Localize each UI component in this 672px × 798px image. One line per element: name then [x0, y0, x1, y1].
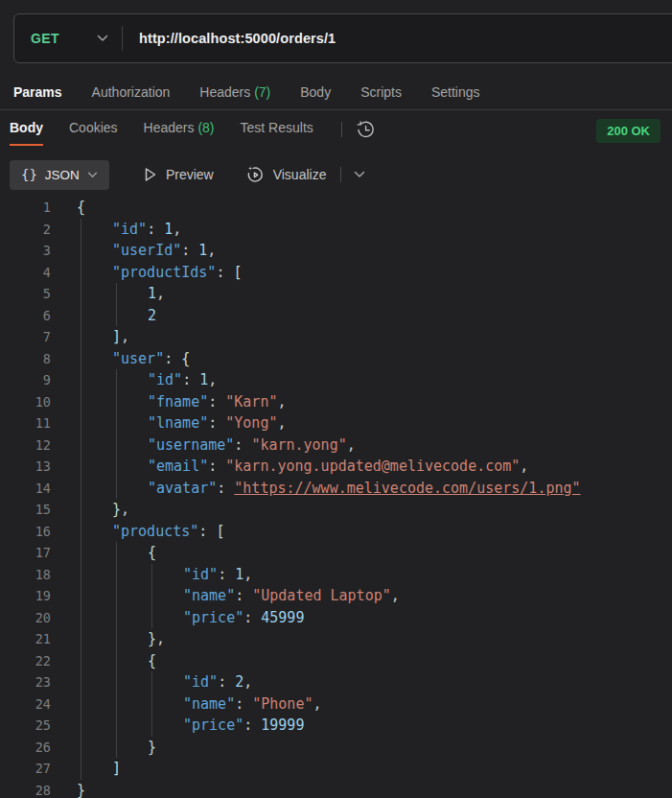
json-token: :	[147, 221, 164, 238]
line-number: 4	[0, 262, 51, 284]
json-token: :	[235, 587, 252, 604]
code-lines: 1{2"id": 1,3"userId": 1,4"productIds": […	[0, 197, 672, 798]
json-token: ,	[520, 458, 528, 475]
indent-guide	[77, 305, 112, 327]
play-icon	[144, 167, 157, 182]
tab-test-results[interactable]: Test Results	[241, 120, 313, 144]
indent-guide	[77, 542, 112, 564]
json-token: :	[235, 695, 252, 713]
visualize-button[interactable]: Visualize	[245, 165, 327, 184]
json-token: ,	[277, 414, 286, 432]
tab-headers-response[interactable]: Headers (8)	[144, 120, 215, 144]
indent-guide	[77, 391, 112, 413]
line-number: 23	[0, 671, 51, 693]
indent-guide	[77, 369, 112, 391]
indent-guide	[77, 758, 112, 780]
tab-body-request[interactable]: Body	[300, 84, 331, 100]
json-token: ,	[207, 242, 216, 259]
code-line: 19"name": "Updated Laptop",	[0, 585, 672, 607]
json-token: :	[198, 523, 216, 540]
section-separator	[0, 109, 672, 110]
indent-guide	[77, 262, 112, 284]
method-label: GET	[14, 31, 97, 46]
format-dropdown[interactable]: {} JSON	[10, 160, 109, 190]
code-line: 4"productIds": [	[0, 262, 672, 284]
code-line: 62	[0, 305, 672, 327]
json-token: :	[216, 264, 233, 281]
json-token: :	[182, 371, 199, 388]
line-number: 5	[0, 283, 51, 305]
divider	[340, 167, 341, 182]
json-token: :	[181, 242, 198, 259]
json-token: ,	[277, 393, 286, 411]
code-line: 25"price": 19999	[0, 715, 672, 737]
indent-guide	[77, 607, 112, 629]
json-token: ,	[391, 587, 400, 604]
indent-guide	[112, 564, 148, 586]
request-url-bar: GET http://localhost:5000/orders/1	[13, 13, 672, 63]
line-number: 20	[0, 607, 51, 629]
line-number: 18	[0, 564, 51, 586]
response-body-json: 1{2"id": 1,3"userId": 1,4"productIds": […	[0, 197, 672, 798]
tab-params[interactable]: Params	[13, 84, 62, 100]
json-token: ]	[112, 760, 121, 777]
indent-guide	[77, 219, 112, 241]
history-button[interactable]	[356, 120, 376, 140]
code-line: 1{	[0, 197, 672, 219]
more-options-chevron[interactable]	[354, 171, 365, 178]
indent-guide	[77, 650, 112, 672]
tab-authorization[interactable]: Authorization	[92, 84, 171, 100]
indent-guide	[77, 348, 112, 370]
json-token: "id"	[183, 566, 218, 583]
indent-guide	[77, 456, 112, 478]
code-line: 2"id": 1,	[0, 219, 672, 241]
code-line: 26}	[0, 737, 672, 759]
indent-guide	[77, 564, 112, 586]
code-line: 20"price": 45999	[0, 607, 672, 629]
json-token: [	[216, 523, 224, 540]
response-toolbar: {} JSON Preview Visualize	[10, 159, 662, 190]
json-link-value[interactable]: "https://www.melivecode.com/users/1.png"	[234, 480, 580, 497]
line-number: 12	[0, 434, 51, 457]
json-token: ,	[121, 501, 129, 518]
code-line: 51,	[0, 283, 672, 305]
method-selector[interactable]: GET	[14, 31, 108, 46]
tab-cookies[interactable]: Cookies	[69, 120, 118, 144]
chevron-down-icon	[87, 172, 98, 178]
tab-scripts[interactable]: Scripts	[360, 84, 402, 100]
indent-guide	[77, 628, 112, 650]
json-token: ,	[347, 436, 356, 454]
json-token: }	[77, 782, 85, 798]
tab-response-body[interactable]: Body	[10, 120, 43, 146]
code-line: 27]	[0, 758, 672, 780]
url-input[interactable]: http://localhost:5000/orders/1	[139, 31, 336, 46]
json-token: "id"	[183, 673, 218, 691]
code-line: 10"fname": "Karn",	[0, 391, 672, 413]
preview-button[interactable]: Preview	[144, 167, 214, 182]
format-label: JSON	[45, 168, 80, 182]
json-token: "Karn"	[225, 393, 277, 411]
visualize-label: Visualize	[273, 167, 327, 182]
json-token: "Phone"	[252, 695, 313, 713]
indent-guide	[77, 737, 112, 759]
json-token: :	[208, 393, 225, 411]
indent-guide	[77, 412, 112, 434]
code-line: 8"user": {	[0, 348, 672, 370]
json-token: :	[218, 566, 235, 583]
tab-headers-request[interactable]: Headers (7)	[199, 84, 270, 100]
json-token: "lname"	[148, 414, 208, 432]
json-token: }	[148, 630, 156, 647]
status-badge[interactable]: 200 OK	[596, 119, 660, 143]
indent-guide	[112, 478, 148, 500]
json-token: }	[148, 739, 156, 756]
indent-guide	[112, 737, 148, 759]
json-token: :	[217, 480, 234, 497]
code-line: 14"avatar": "https://www.melivecode.com/…	[0, 478, 672, 500]
json-token: {	[77, 199, 85, 216]
indent-guide	[148, 671, 183, 693]
code-line: 12"username": "karn.yong",	[0, 434, 672, 457]
line-number: 28	[0, 780, 51, 798]
json-token: ,	[243, 566, 252, 583]
code-line: 15},	[0, 499, 672, 521]
tab-settings[interactable]: Settings	[431, 84, 480, 100]
